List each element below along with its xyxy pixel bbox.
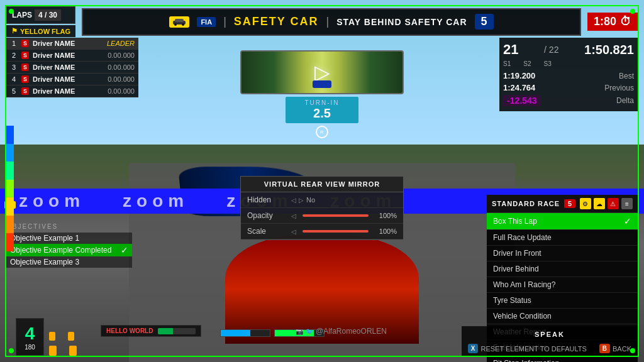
vrvm-opacity-slider[interactable]	[303, 214, 369, 217]
objectives-title: OBJECTIVES	[6, 223, 132, 230]
position-total: / 22	[544, 45, 558, 55]
position-main: 21	[503, 41, 518, 58]
back-key[interactable]: B	[599, 344, 610, 353]
best-label: Best	[619, 72, 634, 80]
color-marker	[4, 201, 16, 209]
vrvm-opacity-left[interactable]: ◁	[291, 212, 296, 219]
reset-control[interactable]: X RESET ELEMENT TO DEFAULTS	[468, 344, 587, 353]
lb-name-4: Driver NAME	[33, 75, 104, 83]
vrvm-opacity-value: 100%	[375, 212, 397, 219]
vrvm-hidden-control[interactable]: ◁ ▷ No	[291, 196, 315, 204]
color-seg-blue	[6, 126, 14, 144]
speak-bar: SPEAK	[462, 326, 638, 341]
mfd-icon-gear[interactable]: ⚙	[580, 198, 591, 209]
top-bar: LAPS 4 / 30 ⚑ YELLOW FLAG FIA | SAFETY C…	[6, 6, 638, 37]
back-label: BACK	[613, 345, 631, 353]
lb-pos-2: 2	[10, 52, 18, 59]
objective-item-2-completed: Objective Example Completed ✓	[6, 244, 132, 256]
sector-labels: S1 S2 S3	[503, 60, 634, 67]
vrvm-hidden-value: No	[306, 196, 315, 204]
mfd-item-vehicle-condition[interactable]: Vehicle Condition	[487, 309, 638, 324]
previous-time-row: 1:24.764 Previous	[503, 82, 634, 94]
safety-car-banner: FIA | SAFETY CAR | STAY BEHIND SAFETY CA…	[82, 8, 581, 36]
reset-key[interactable]: X	[468, 344, 479, 353]
vrvm-right-arrow[interactable]: ▷	[299, 197, 304, 204]
sc-label: SAFETY CAR	[234, 15, 319, 28]
laps-label: LAPS	[12, 11, 32, 19]
mfd-icons: ⚙ ☁ ⚠ ≡	[580, 198, 633, 209]
objective-item-1: Objective Example 1	[6, 233, 132, 244]
svg-point-2	[174, 23, 177, 26]
sector-s3: S3	[543, 60, 551, 67]
tyre-display	[49, 332, 77, 356]
vrvm-opacity-control[interactable]: ◁ 100%	[291, 212, 397, 219]
mfd-item-driver-in-front[interactable]: Driver In Front	[487, 246, 638, 261]
mfd-item-who-am-i[interactable]: Who Am I Racing?	[487, 277, 638, 293]
bottom-panel: SPEAK X RESET ELEMENT TO DEFAULTS B BACK	[462, 326, 638, 356]
gear-speed: 180	[25, 344, 35, 351]
social-icons: 📷 🐦 @AlfaRomeoORLEN	[296, 327, 387, 336]
objective-text-2: Objective Example Completed	[10, 246, 111, 255]
rearview-mirror: ▷	[240, 50, 404, 94]
delta-time: -12.543	[503, 95, 540, 106]
lb-pos-4: 4	[10, 75, 18, 83]
objective-text-1: Objective Example 1	[10, 234, 79, 243]
turnin-hud: ▷ TURN-IN 2.5 R	[240, 50, 404, 138]
laps-value: 4 / 30	[35, 9, 61, 21]
fuel-bar	[220, 329, 270, 337]
yellow-flag: ⚑ YELLOW FLAG	[6, 25, 75, 37]
objectives-panel: OBJECTIVES Objective Example 1 Objective…	[6, 223, 132, 268]
color-seg-green	[6, 162, 14, 180]
lb-drs-5: S	[21, 87, 29, 95]
delta-row: -12.543 Delta	[503, 94, 634, 107]
lb-time-3: 0.00.000	[108, 63, 135, 71]
delta-label: Delta	[616, 96, 634, 105]
color-seg-yellow-green	[6, 180, 14, 198]
mfd-item-pit-stop[interactable]: Pit Stop Information	[487, 356, 638, 362]
sector-s1: S1	[503, 60, 511, 67]
vrvm-scale-slider[interactable]	[303, 230, 369, 233]
best-time: 1:19.200	[503, 71, 535, 80]
mfd-item-full-race-update[interactable]: Full Race Update	[487, 230, 638, 246]
vrvm-panel: VIRTUAL REAR VIEW MIRROR Hidden ◁ ▷ No O…	[240, 176, 404, 240]
tyre-rl	[49, 346, 57, 356]
leaderboard-row: 5 S Driver NAME 0.00.000	[6, 85, 138, 97]
svg-point-3	[182, 23, 184, 26]
objective-item-3: Objective Example 3	[6, 256, 132, 268]
lb-time-2: 0.00.000	[108, 52, 135, 59]
sc-number: 5	[475, 14, 494, 30]
lb-drs-2: S	[21, 52, 29, 59]
mfd-item-label-4: Driver Behind	[493, 265, 539, 273]
turnin-dot-label: R	[320, 129, 324, 135]
mfd-item-box-this-lap[interactable]: Box This Lap ✓	[487, 213, 638, 230]
lb-time-4: 0.00.000	[108, 75, 135, 83]
leaderboard-row: 3 S Driver NAME 0.00.000	[6, 62, 138, 74]
lb-name-2: Driver NAME	[33, 52, 104, 59]
leaderboard-row: 2 S Driver NAME 0.00.000	[6, 50, 138, 62]
mfd-item-driver-behind[interactable]: Driver Behind	[487, 261, 638, 277]
mfd-icon-menu[interactable]: ≡	[621, 198, 633, 209]
back-control[interactable]: B BACK	[599, 344, 631, 353]
hello-bar: HELLO WORLD	[101, 325, 201, 337]
mfd-item-tyre-status[interactable]: Tyre Status	[487, 293, 638, 309]
mfd-item-label-1: Box This Lap	[493, 217, 537, 226]
bottom-left-hud: 4 180	[16, 318, 77, 356]
reset-label: RESET ELEMENT TO DEFAULTS	[480, 345, 586, 353]
mfd-item-label-3: Driver In Front	[493, 249, 541, 258]
lb-name-1: Driver NAME	[33, 40, 103, 47]
lb-status-1: LEADER	[107, 40, 135, 47]
check-mark: ✓	[121, 245, 128, 255]
vrvm-opacity-label: Opacity	[247, 211, 291, 220]
mfd-icon-cloud[interactable]: ☁	[594, 198, 605, 209]
sc-message: STAY BEHIND SAFETY CAR	[336, 17, 467, 27]
tyre-front	[49, 332, 77, 341]
hello-progress-bar	[158, 328, 196, 334]
vrvm-scale-left[interactable]: ◁	[291, 228, 296, 235]
vrvm-scale-control[interactable]: ◁ 100%	[291, 228, 397, 235]
mfd-item-label-5: Who Am I Racing?	[493, 280, 555, 289]
lap-time-main: 1:50.821	[584, 43, 634, 57]
vrvm-left-arrow[interactable]: ◁	[291, 197, 296, 204]
zoom-text-2: zoom	[104, 191, 208, 211]
social-twitter: 🐦	[306, 328, 313, 335]
mfd-icon-warning[interactable]: ⚠	[608, 198, 619, 209]
